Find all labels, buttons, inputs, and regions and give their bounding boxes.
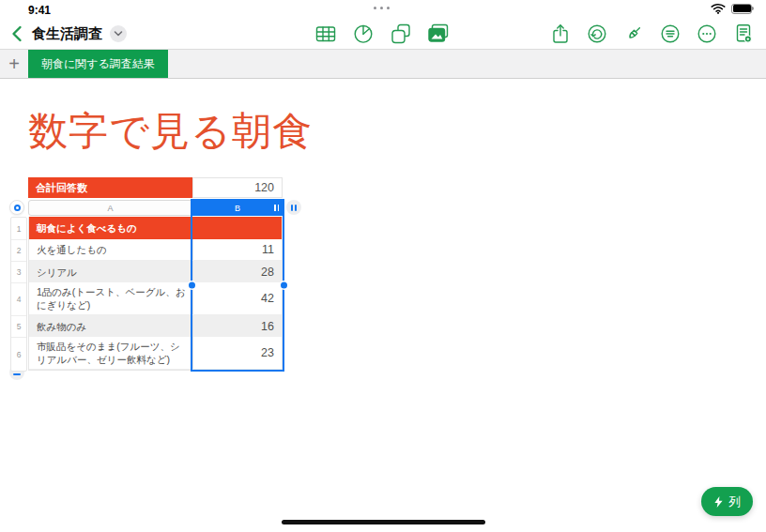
selection-handle-right[interactable] bbox=[281, 282, 287, 289]
selection-handle-left[interactable] bbox=[189, 282, 195, 289]
table-row: シリアル 28 bbox=[29, 261, 282, 282]
table-cell-value[interactable]: 28 bbox=[192, 261, 282, 282]
sheet-title[interactable]: 数字で見る朝食 bbox=[28, 105, 313, 158]
column-b-letter: B bbox=[235, 204, 240, 213]
battery-icon bbox=[731, 4, 755, 14]
ring-icon bbox=[14, 205, 21, 211]
data-table: 朝食によく食べるもの 火を通したもの 11 シリアル 28 1品のみ(トースト、… bbox=[28, 217, 283, 371]
row-number[interactable]: 5 bbox=[11, 316, 26, 338]
table-cell-value[interactable]: 16 bbox=[192, 315, 282, 337]
table-cell-label[interactable]: シリアル bbox=[29, 261, 192, 282]
chart-icon[interactable] bbox=[353, 23, 374, 44]
add-sheet-button[interactable]: + bbox=[0, 50, 28, 78]
undo-icon[interactable] bbox=[587, 23, 607, 44]
row-number[interactable]: 4 bbox=[11, 283, 26, 316]
status-time: 9:41 bbox=[28, 4, 51, 17]
shapes-icon[interactable] bbox=[391, 23, 411, 44]
back-button[interactable] bbox=[9, 24, 24, 43]
summary-value-cell[interactable]: 120 bbox=[192, 177, 283, 198]
row-number[interactable]: 1 bbox=[11, 218, 26, 240]
row-number[interactable]: 6 bbox=[11, 338, 26, 371]
add-column-handle[interactable] bbox=[286, 200, 301, 215]
table-select-handle[interactable] bbox=[9, 200, 24, 215]
home-indicator[interactable] bbox=[282, 520, 485, 524]
table-cell-label[interactable]: 飲み物のみ bbox=[29, 315, 192, 337]
sheet-tab-bar: + 朝食に関する調査結果 bbox=[0, 49, 766, 79]
tab-active-sheet[interactable]: 朝食に関する調査結果 bbox=[28, 50, 168, 78]
chevron-down-icon bbox=[114, 30, 123, 38]
document-menu-button[interactable] bbox=[110, 25, 127, 42]
column-header-b[interactable]: B bbox=[192, 200, 283, 216]
table-cell-label[interactable]: 朝食によく食べるもの bbox=[29, 217, 192, 239]
table-cell-value[interactable]: 11 bbox=[192, 239, 282, 260]
table-cell-label[interactable]: 火を通したもの bbox=[29, 239, 192, 260]
multitasking-dots-icon bbox=[374, 7, 390, 9]
row-number[interactable]: 3 bbox=[11, 262, 26, 283]
toolbar: 食生活調査 bbox=[0, 19, 766, 49]
column-header-a[interactable]: A bbox=[28, 200, 192, 216]
document-options-icon[interactable] bbox=[733, 23, 754, 44]
status-bar: 9:41 bbox=[0, 0, 766, 19]
table-cell-label[interactable]: 市販品をそのまま(フルーツ、シリアルバー、ゼリー飲料など) bbox=[29, 337, 192, 369]
table-cell-value[interactable] bbox=[192, 217, 282, 239]
table-row: 飲み物のみ 16 bbox=[29, 315, 282, 337]
media-icon[interactable] bbox=[428, 23, 449, 44]
share-icon[interactable] bbox=[550, 23, 571, 44]
table-cell-value[interactable]: 42 bbox=[192, 282, 282, 314]
table-cell-label[interactable]: 1品のみ(トースト、ベーグル、おにぎりなど) bbox=[29, 282, 192, 314]
table-row: 1品のみ(トースト、ベーグル、おにぎりなど) 42 bbox=[29, 282, 282, 315]
table-row: 朝食によく食べるもの bbox=[29, 217, 282, 239]
numbers-app-screen: 9:41 食生活調査 bbox=[0, 0, 766, 532]
row-number-gutter: 1 2 3 4 5 6 bbox=[10, 217, 27, 372]
summary-table: 合計回答数 120 bbox=[28, 177, 283, 198]
more-icon[interactable] bbox=[697, 23, 717, 44]
quick-action-column-button[interactable]: 列 bbox=[701, 487, 753, 516]
comments-icon[interactable] bbox=[660, 23, 681, 44]
format-brush-icon[interactable] bbox=[623, 23, 644, 44]
wifi-icon bbox=[711, 3, 726, 14]
bolt-icon bbox=[713, 495, 724, 509]
document-title: 食生活調査 bbox=[32, 25, 102, 43]
quick-action-label: 列 bbox=[728, 494, 741, 510]
row-number[interactable]: 2 bbox=[11, 240, 26, 262]
table-cell-value[interactable]: 23 bbox=[192, 337, 282, 369]
column-grip-icon[interactable] bbox=[274, 205, 279, 211]
table-row: 火を通したもの 11 bbox=[29, 239, 282, 261]
summary-label-cell[interactable]: 合計回答数 bbox=[28, 177, 192, 198]
table-row: 市販品をそのまま(フルーツ、シリアルバー、ゼリー飲料など) 23 bbox=[29, 337, 282, 370]
table-icon[interactable] bbox=[315, 23, 336, 44]
